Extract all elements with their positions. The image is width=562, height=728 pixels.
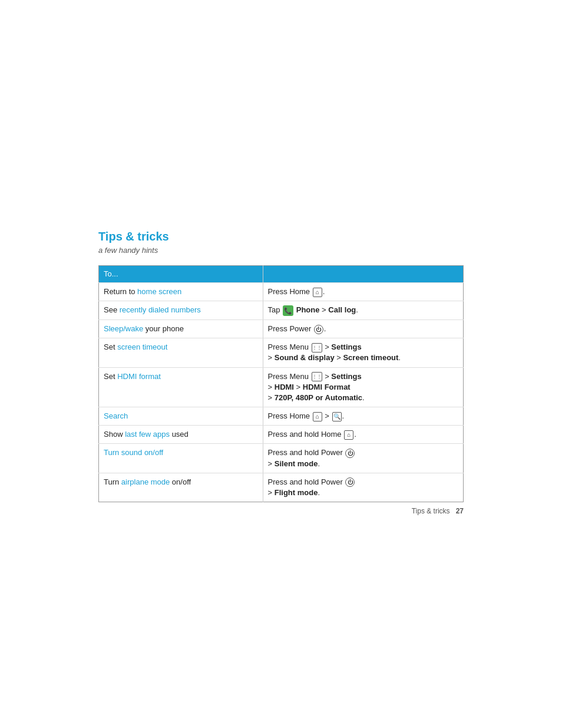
- action-link: home screen: [137, 287, 181, 296]
- row-action: See recently dialed numbers: [99, 301, 263, 320]
- bold-text: Settings: [331, 342, 361, 351]
- bold-text: Phone: [296, 305, 320, 314]
- action-link: screen timeout: [117, 342, 167, 351]
- bold-text: Screen timeout: [343, 353, 398, 362]
- phone-icon: 📞: [283, 305, 293, 316]
- footer-section-label: Tips & tricks: [412, 507, 450, 515]
- home-icon: ⌂: [313, 288, 322, 297]
- footer: Tips & tricks 27: [98, 507, 464, 515]
- bold-text: Settings: [331, 372, 361, 381]
- row-action: Set screen timeout: [99, 338, 263, 367]
- table-row: Set screen timeout Press Menu ⋮⋮ > Setti…: [99, 338, 464, 367]
- action-link: Sleep/wake: [104, 324, 143, 333]
- row-how: Press Menu ⋮⋮ > Settings> Sound & displa…: [263, 338, 463, 367]
- table-row: Show last few apps used Press and hold H…: [99, 426, 464, 444]
- action-prefix: Set: [104, 372, 117, 381]
- action-suffix: your phone: [143, 324, 184, 333]
- power-icon: ⏻: [345, 449, 355, 458]
- action-link: airplane mode: [121, 477, 170, 486]
- action-prefix: Return to: [104, 287, 137, 296]
- row-how: Tap 📞 Phone > Call log.: [263, 301, 463, 320]
- row-how: Press and hold Home ⌂.: [263, 426, 463, 444]
- row-action: Turn sound on/off: [99, 444, 263, 473]
- row-how: Press Home ⌂ > 🔍.: [263, 407, 463, 426]
- tips-table: To... Return to home screen Press Home ⌂…: [98, 265, 464, 502]
- bold-text: Flight mode: [275, 488, 318, 497]
- home-icon: ⌂: [313, 412, 322, 421]
- power-icon: ⏻: [314, 325, 323, 334]
- action-suffix: used: [170, 430, 189, 439]
- action-prefix: Show: [104, 430, 125, 439]
- bold-text: HDMI: [275, 383, 294, 391]
- bold-text: Silent mode: [275, 459, 318, 468]
- content-area: Tips & tricks a few handy hints To... Re…: [98, 230, 464, 515]
- menu-icon: ⋮⋮: [312, 372, 322, 381]
- table-row: Set HDMI format Press Menu ⋮⋮ > Settings…: [99, 367, 464, 407]
- table-row: Search Press Home ⌂ > 🔍.: [99, 407, 464, 426]
- action-prefix: Turn: [104, 477, 121, 486]
- action-prefix: Set: [104, 342, 117, 351]
- row-action: Set HDMI format: [99, 367, 263, 407]
- table-row: Turn sound on/off Press and hold Power ⏻…: [99, 444, 464, 473]
- table-row: Return to home screen Press Home ⌂.: [99, 283, 464, 301]
- menu-icon: ⋮⋮: [312, 343, 322, 353]
- bold-text: HDMI Format: [303, 383, 351, 391]
- action-link: Search: [104, 411, 128, 420]
- row-action: Sleep/wake your phone: [99, 319, 263, 338]
- bold-text: Sound & display: [275, 353, 335, 362]
- action-suffix: on/off: [170, 477, 191, 486]
- row-action: Turn airplane mode on/off: [99, 473, 263, 502]
- search-icon: 🔍: [332, 412, 342, 421]
- row-how: Press Menu ⋮⋮ > Settings> HDMI > HDMI Fo…: [263, 367, 463, 407]
- row-how: Press and hold Power ⏻> Flight mode.: [263, 473, 463, 502]
- section-title: Tips & tricks: [98, 230, 464, 243]
- page: Tips & tricks a few handy hints To... Re…: [0, 0, 562, 728]
- row-action: Search: [99, 407, 263, 426]
- table-row: See recently dialed numbers Tap 📞 Phone …: [99, 301, 464, 320]
- action-prefix: See: [104, 305, 120, 314]
- header-how: [263, 266, 463, 283]
- action-link: last few apps: [125, 430, 170, 439]
- row-how: Press Power ⏻.: [263, 319, 463, 338]
- power-icon: ⏻: [345, 477, 355, 487]
- row-action: Return to home screen: [99, 283, 263, 301]
- table-row: Sleep/wake your phone Press Power ⏻.: [99, 319, 464, 338]
- row-how: Press Home ⌂.: [263, 283, 463, 301]
- footer-page-number: 27: [456, 507, 464, 515]
- home-icon: ⌂: [344, 430, 353, 440]
- row-how: Press and hold Power ⏻> Silent mode.: [263, 444, 463, 473]
- header-to: To...: [99, 266, 263, 283]
- bold-text: Call log: [328, 305, 356, 314]
- action-link: HDMI format: [117, 372, 161, 381]
- section-subtitle: a few handy hints: [98, 246, 464, 255]
- action-link: recently dialed numbers: [120, 305, 201, 314]
- action-link: Turn sound on/off: [104, 448, 163, 457]
- row-action: Show last few apps used: [99, 426, 263, 444]
- table-header-row: To...: [99, 266, 464, 283]
- bold-text: 720P, 480P or Automatic: [275, 393, 362, 402]
- table-row: Turn airplane mode on/off Press and hold…: [99, 473, 464, 502]
